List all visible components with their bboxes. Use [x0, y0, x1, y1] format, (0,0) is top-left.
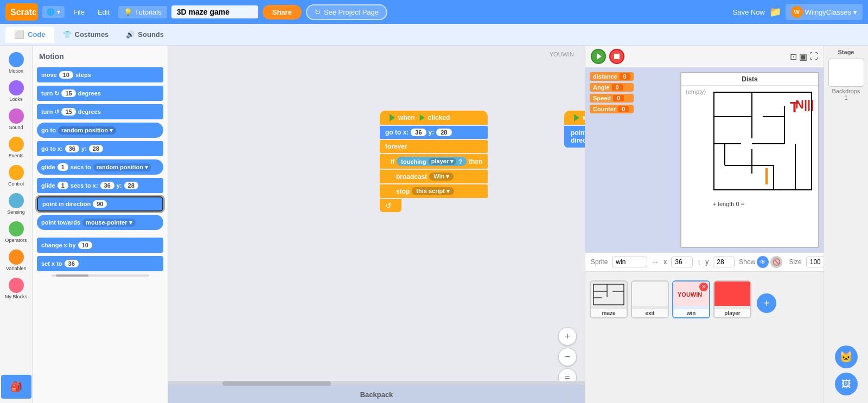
- block-goto-random[interactable]: go to random position ▾: [37, 123, 163, 138]
- add-backdrop-fab[interactable]: 🖼: [835, 373, 858, 395]
- sprite-exit-label: exit: [632, 309, 668, 317]
- add-sprite-button[interactable]: +: [757, 293, 776, 313]
- sidebar-item-events[interactable]: Events: [1, 135, 31, 161]
- flag-icon-script1: [387, 114, 395, 121]
- sprite-player[interactable]: player: [713, 280, 751, 318]
- stage-top-controls: ⊡ ▣ ⛶: [585, 46, 824, 68]
- sprite-win-delete[interactable]: ✕: [699, 283, 708, 291]
- backpack-icon[interactable]: 🎒: [1, 375, 31, 399]
- sprite-player-label: player: [714, 309, 750, 317]
- y-input[interactable]: [713, 257, 735, 267]
- tab-costumes[interactable]: 👕 Costumes: [54, 27, 118, 42]
- block-glide-xy[interactable]: glide 1 secs to x: 36 y: 28: [37, 178, 163, 193]
- sidebar-item-looks[interactable]: Looks: [1, 78, 31, 104]
- player-thumbnail: [714, 282, 750, 309]
- flag-icon-script2: [572, 114, 579, 121]
- sprite-maze-label: maze: [591, 309, 627, 317]
- forever-close-arrow: ↺: [385, 201, 392, 210]
- sprite-label: Sprite: [591, 258, 608, 266]
- block-turn-ccw[interactable]: turn ↺ 15 degrees: [37, 104, 163, 119]
- events-dot: [9, 137, 24, 152]
- top-navigation: Scratch 🌐 ▾ File Edit 💡 Tutorials Share …: [0, 0, 868, 24]
- show-label: Show: [739, 258, 755, 266]
- sprites-tray: maze exit ✕ YOUWIN win: [585, 272, 824, 326]
- maze-thumbnail: [591, 282, 627, 309]
- y-icon: ↕: [697, 258, 701, 266]
- green-flag-button[interactable]: [591, 49, 606, 64]
- variable-distance: distance 0: [590, 72, 634, 81]
- add-sprite-fab[interactable]: 🐱: [835, 346, 858, 368]
- block-point-towards[interactable]: point towards mouse-pointer ▾: [37, 215, 163, 230]
- sidebar-item-sound[interactable]: Sound: [1, 106, 31, 132]
- stage-large-button[interactable]: ⛶: [809, 52, 818, 62]
- sprite-win[interactable]: ✕ YOUWIN win: [672, 280, 710, 318]
- block-change-x[interactable]: change x by 10: [37, 238, 163, 253]
- file-menu[interactable]: File: [69, 6, 89, 18]
- sidebar-item-variables[interactable]: Variables: [1, 247, 31, 273]
- tab-code[interactable]: ⬜ Code: [5, 27, 54, 43]
- svg-text:+  length 0  =: + length 0 =: [713, 201, 744, 207]
- zoom-out-button[interactable]: −: [558, 348, 577, 366]
- block-point-direction[interactable]: point in direction 90: [37, 196, 163, 212]
- stage-normal-button[interactable]: ▣: [799, 52, 807, 62]
- zoom-controls: + − =: [558, 327, 577, 387]
- sound-dot: [9, 108, 24, 124]
- variables-overlay: distance 0 Angle 0 Speed 0 Counter 0: [590, 72, 634, 113]
- svg-rect-17: [765, 168, 768, 184]
- stage-small-button[interactable]: ⊡: [790, 52, 797, 62]
- stage-area: distance 0 Angle 0 Speed 0 Counter 0: [585, 68, 824, 252]
- block-move[interactable]: move 10 steps: [37, 67, 163, 82]
- script-block-2[interactable]: when clicked point in direction 90: [564, 111, 585, 148]
- language-button[interactable]: 🌐 ▾: [42, 6, 65, 18]
- stage-right-panel: Stage Backdrops 1 🐱 🖼: [824, 46, 868, 403]
- scratch-logo[interactable]: Scratch: [5, 3, 38, 21]
- block-set-x[interactable]: set x to 36: [37, 256, 163, 271]
- sidebar-item-control[interactable]: Control: [1, 163, 31, 189]
- sprite-maze[interactable]: maze: [590, 280, 628, 318]
- sprite-name-input[interactable]: [612, 257, 647, 267]
- sidebar-item-operators[interactable]: Operators: [1, 219, 31, 245]
- see-project-button[interactable]: ↻ See Project Page: [306, 4, 387, 20]
- stage-backdrop-thumbnail[interactable]: [828, 59, 864, 87]
- save-now-button[interactable]: Save Now: [733, 8, 765, 16]
- bottom-action-buttons: 🐱 🖼: [835, 346, 858, 400]
- xy-icon: ↔: [652, 258, 659, 266]
- sensing-dot: [9, 193, 24, 208]
- zoom-in-button[interactable]: +: [558, 327, 577, 346]
- user-menu[interactable]: W WiingyClasses ▾: [786, 4, 863, 20]
- sidebar-item-sensing[interactable]: Sensing: [1, 191, 31, 217]
- show-visible-button[interactable]: 👁: [757, 256, 769, 268]
- left-palette: Motion Looks Sound Events Control Sensin…: [0, 46, 33, 403]
- variable-counter: Counter 0: [590, 105, 634, 113]
- tab-sounds[interactable]: 🔊 Sounds: [117, 27, 173, 42]
- tab-bar: ⬜ Code 👕 Costumes 🔊 Sounds: [0, 24, 868, 46]
- sound-icon: 🔊: [126, 30, 135, 39]
- x-input[interactable]: [671, 257, 693, 267]
- sprite-win-label: win: [673, 309, 709, 317]
- edit-menu[interactable]: Edit: [93, 6, 114, 18]
- size-input[interactable]: [806, 257, 824, 267]
- show-hidden-button[interactable]: 🚫: [770, 256, 782, 268]
- project-name-input[interactable]: [171, 5, 258, 18]
- svg-text:YOUWIN: YOUWIN: [678, 291, 702, 298]
- code-editor[interactable]: YOUWIN when clicked go to x: 36 y: 28 fo…: [168, 46, 585, 403]
- stop-button[interactable]: [609, 49, 624, 64]
- backpack-bar[interactable]: Backpack: [168, 386, 585, 403]
- share-button[interactable]: Share: [263, 5, 302, 20]
- block-goto-xy[interactable]: go to x: 36 y: 28: [37, 141, 163, 156]
- looks-dot: [9, 80, 24, 95]
- horizontal-scrollbar[interactable]: [168, 381, 585, 386]
- block-glide-random[interactable]: glide 1 secs to random position ▾: [37, 159, 163, 175]
- sidebar-item-motion[interactable]: Motion: [1, 50, 31, 76]
- script-block-1[interactable]: when clicked go to x: 36 y: 28 forever i…: [380, 111, 488, 212]
- sprite-exit[interactable]: exit: [631, 280, 669, 318]
- block-turn-cw[interactable]: turn ↻ 15 degrees: [37, 86, 163, 101]
- sidebar-item-myblocks[interactable]: My Blocks: [1, 276, 31, 302]
- svg-rect-18: [591, 282, 627, 306]
- user-dropdown-icon: ▾: [853, 8, 857, 16]
- blocks-category-title: Motion: [37, 51, 163, 62]
- lightbulb-icon: 💡: [124, 8, 132, 16]
- tutorials-button[interactable]: 💡 Tutorials: [118, 6, 167, 18]
- folder-icon[interactable]: 📁: [769, 6, 781, 18]
- svg-rect-24: [632, 282, 668, 306]
